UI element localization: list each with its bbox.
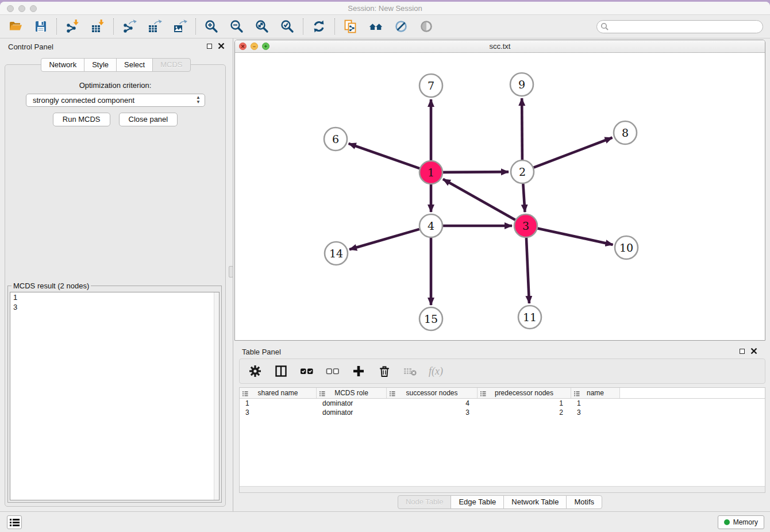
edge-1-2[interactable] [443,172,509,172]
export-network-icon[interactable] [122,19,137,34]
edge-2-8[interactable] [534,138,613,168]
float-table-panel-icon[interactable] [740,349,745,354]
table-toolbar: f(x) [239,358,765,384]
column-header-predecessor-nodes[interactable]: predecessor nodes [478,388,571,398]
hide-selected-icon[interactable] [394,19,409,34]
zoom-fit-icon[interactable] [255,19,270,34]
float-panel-icon[interactable] [207,44,212,49]
tab-network-table[interactable]: Network Table [503,495,567,509]
node-label-15: 15 [424,313,438,325]
network-canvas[interactable]: 7968124314101511 [235,53,765,340]
table-cell[interactable]: 1 [240,399,317,408]
tab-edge-table[interactable]: Edge Table [451,495,504,509]
application-window: Session: New Session [0,2,770,532]
select-stepper-icon: ▲▼ [196,95,201,105]
function-builder-icon[interactable]: f(x) [429,365,443,377]
node-label-8: 8 [622,126,629,139]
node-label-4: 4 [428,219,434,232]
edge-4-14[interactable] [349,229,419,249]
task-history-button[interactable] [7,515,22,529]
run-mcds-button[interactable]: Run MCDS [53,113,110,126]
delete-table-icon[interactable] [403,364,418,379]
memory-button[interactable]: Memory [718,515,764,529]
table-panel-title: Table Panel [242,348,281,356]
node-label-3: 3 [522,219,529,232]
main-toolbar [0,15,770,38]
table-cell[interactable]: 1 [571,399,620,408]
add-row-icon[interactable] [351,364,366,379]
node-label-14: 14 [329,247,343,260]
control-panel-title: Control Panel [8,43,53,51]
window-title: Session: New Session [0,4,770,13]
criterion-select[interactable]: strongly connected component ▲▼ [26,94,205,107]
node-label-7: 7 [428,79,434,92]
status-bar: Memory [0,511,770,532]
table-cell[interactable]: 2 [478,408,571,417]
table-cell[interactable]: 4 [387,399,478,408]
tab-motifs[interactable]: Motifs [566,495,602,509]
tab-select[interactable]: Select [116,58,153,72]
window-titlebar: Session: New Session [0,2,770,15]
table-cell[interactable]: 3 [571,408,620,417]
edge-3-10[interactable] [538,228,613,244]
tab-mcds[interactable]: MCDS [152,58,190,72]
node-label-9: 9 [518,78,525,91]
zoom-in-icon[interactable] [204,19,219,34]
edge-2-9[interactable] [522,98,522,160]
table-row[interactable]: 3dominator323 [240,408,765,417]
tab-network[interactable]: Network [41,58,84,72]
edge-3-11[interactable] [526,238,529,303]
mcds-result-list[interactable]: 13 [10,292,220,500]
node-table[interactable]: shared nameMCDS rolesuccessor nodesprede… [239,387,765,493]
export-image-icon[interactable] [172,19,187,34]
show-all-icon[interactable] [419,19,434,34]
network-window-title: scc.txt [235,42,765,51]
close-panel-icon[interactable] [218,43,225,49]
search-icon [600,22,609,33]
select-all-columns-icon[interactable] [299,364,314,379]
first-neighbors-icon[interactable] [368,19,383,34]
delete-row-icon[interactable] [377,364,392,379]
edge-2-3[interactable] [523,184,525,212]
table-cell[interactable]: dominator [317,408,387,417]
column-header-shared-name[interactable]: shared name [240,388,317,398]
show-column-panel-icon[interactable] [274,364,288,379]
table-cell[interactable]: dominator [317,399,387,408]
tab-style[interactable]: Style [84,58,117,72]
column-header-name[interactable]: name [571,388,620,398]
result-line: 1 [10,292,219,302]
close-panel-button[interactable]: Close panel [119,113,178,126]
search-input[interactable] [596,20,763,33]
close-table-panel-icon[interactable] [750,348,757,354]
new-network-from-selection-icon[interactable] [343,19,358,34]
import-network-icon[interactable] [65,19,80,34]
control-panel: Control Panel Network Style Select MCDS … [0,38,232,511]
table-horizontal-scrollbar[interactable] [240,486,765,492]
edge-3-1[interactable] [443,179,515,220]
import-table-icon[interactable] [90,19,105,34]
zoom-out-icon[interactable] [229,19,244,34]
table-cell[interactable]: 1 [478,399,571,408]
gear-icon[interactable] [248,364,263,379]
result-scrollbar[interactable] [214,292,219,500]
edge-1-6[interactable] [349,144,420,168]
table-row[interactable]: 1dominator411 [240,399,765,408]
zoom-selected-icon[interactable] [280,19,295,34]
column-header-successor-nodes[interactable]: successor nodes [387,388,478,398]
mcds-panel: Optimization criterion: strongly connect… [5,64,226,507]
tab-node-table[interactable]: Node Table [398,495,452,509]
network-view-window: ✕ − + scc.txt 7968124314101511 [234,40,765,341]
export-table-icon[interactable] [147,19,162,34]
panel-divider-handle[interactable] [229,266,233,277]
open-session-icon[interactable] [8,19,23,34]
mcds-result-group: MCDS result (2 nodes) 13 [7,286,222,503]
table-cell[interactable]: 3 [387,408,478,417]
network-window-titlebar[interactable]: ✕ − + scc.txt [235,40,765,53]
memory-label: Memory [733,518,758,526]
node-label-1: 1 [428,166,434,179]
save-session-icon[interactable] [33,19,48,34]
refresh-layout-icon[interactable] [311,19,326,34]
column-header-MCDS-role[interactable]: MCDS role [317,388,387,398]
table-cell[interactable]: 3 [240,408,317,417]
unselect-all-columns-icon[interactable] [325,364,340,379]
